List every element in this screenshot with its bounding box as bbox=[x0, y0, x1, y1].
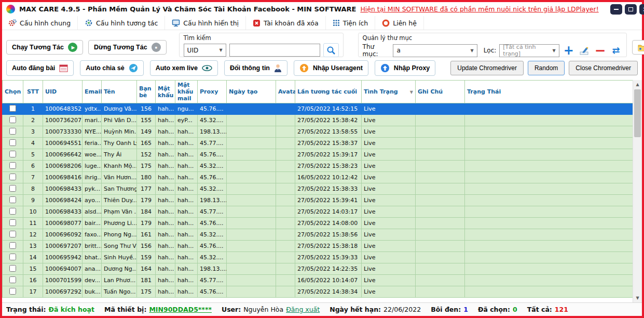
table-cell bbox=[227, 252, 276, 263]
column-header[interactable]: STT bbox=[23, 81, 43, 103]
change-info-button[interactable]: Đổi thông tin bbox=[224, 60, 287, 76]
row-checkbox[interactable] bbox=[9, 265, 16, 272]
table-row[interactable]: 31000733330...NYE...Huỳnh Min...149hah..… bbox=[3, 126, 633, 138]
menu-item-contact[interactable]: Liên hệ bbox=[375, 16, 424, 30]
row-checkbox[interactable] bbox=[9, 128, 16, 135]
announcement-link[interactable]: Hiện tại MIN SOFTWARE đã có phần mềm nuô… bbox=[360, 5, 598, 13]
table-row[interactable]: 141000695942...bhat...Sinh Huyề...159hah… bbox=[3, 252, 633, 263]
auto-view-live-button[interactable]: Auto xem live bbox=[150, 60, 218, 76]
scroll-down-button[interactable]: ▼ bbox=[633, 294, 642, 302]
status-filter-dropdown[interactable]: [Tất cả tình trạng] ▼ bbox=[499, 44, 559, 57]
table-row[interactable]: 101000698433...alsd...Phạm Vân ...184hah… bbox=[3, 206, 633, 218]
table-row[interactable]: 41000694551...feria...Thy Oanh Lý165hah.… bbox=[3, 138, 633, 149]
column-header[interactable]: Proxy bbox=[198, 81, 227, 103]
column-header[interactable]: Trạng Thái bbox=[465, 81, 633, 103]
table-row[interactable]: 161000701599...dev...Lan Phươ...181hah..… bbox=[3, 275, 633, 286]
row-checkbox[interactable] bbox=[9, 162, 16, 169]
table-cell bbox=[465, 183, 633, 195]
auto-post-button[interactable]: Auto đăng bài bbox=[6, 60, 74, 76]
table-cell: 165 bbox=[137, 138, 156, 149]
table-cell: 1000694551... bbox=[43, 138, 83, 149]
row-checkbox[interactable] bbox=[9, 105, 16, 112]
column-header[interactable]: Email bbox=[83, 81, 102, 103]
menu-item-general-config[interactable]: Cấu hình chung bbox=[6, 16, 78, 30]
table-row[interactable]: 51000696642...woe...Thy Ái152hah...hah..… bbox=[3, 149, 633, 161]
search-type-dropdown[interactable]: UID ▼ bbox=[184, 44, 226, 57]
refresh-folder-button[interactable]: ⇄ bbox=[610, 44, 622, 57]
scroll-up-button[interactable]: ▲ bbox=[633, 80, 642, 89]
accounts-table: ChọnSTTUIDEmailTênBạn bèMật khẩuMật khẩu… bbox=[2, 80, 633, 298]
scrollbar-thumb[interactable] bbox=[634, 89, 641, 137]
update-chromedriver-button[interactable]: Update Chromedriver bbox=[450, 61, 524, 75]
table-row[interactable]: 171000697292...buk...Tuấn Ngo...175hah..… bbox=[3, 286, 633, 298]
edit-folder-button[interactable] bbox=[578, 44, 591, 57]
minimize-button[interactable] bbox=[610, 4, 622, 15]
import-useragent-button[interactable]: Nhập Useragent bbox=[294, 60, 368, 76]
table-row[interactable]: 151000694007...ana...Dương Ng...164hah..… bbox=[3, 263, 633, 275]
chevron-down-icon: ▼ bbox=[470, 48, 473, 53]
row-checkbox[interactable] bbox=[9, 254, 16, 260]
column-header[interactable]: Avatar bbox=[276, 81, 295, 103]
table-cell: Thiên Duy... bbox=[102, 195, 137, 206]
table-cell bbox=[276, 252, 295, 263]
folder-dropdown[interactable]: a ▼ bbox=[393, 44, 477, 57]
row-checkbox[interactable] bbox=[9, 231, 16, 237]
close-button[interactable]: × bbox=[639, 4, 644, 15]
table-cell bbox=[276, 275, 295, 286]
column-header[interactable]: Tên bbox=[102, 81, 137, 103]
search-button[interactable] bbox=[323, 43, 339, 57]
import-accounts-button[interactable]: Nhập tài khoản bbox=[632, 40, 644, 55]
close-chromedriver-button[interactable]: Close Chromedriver bbox=[569, 61, 638, 75]
import-proxy-button[interactable]: Nhập Proxy bbox=[375, 60, 435, 76]
table-row[interactable]: 131000697207...britt...Song Thư Vũ156hah… bbox=[3, 241, 633, 252]
table-row[interactable]: 61000698206...luge...Khanh Mộ...175hah..… bbox=[3, 161, 633, 172]
add-folder-button[interactable]: + bbox=[563, 44, 575, 57]
menu-item-display-config[interactable]: Cấu hình hiển thị bbox=[165, 16, 246, 30]
table-cell: 13 bbox=[23, 241, 43, 252]
search-input[interactable] bbox=[229, 44, 320, 57]
column-header[interactable]: UID bbox=[43, 81, 83, 103]
remove-folder-button[interactable]: − bbox=[594, 44, 606, 57]
column-header[interactable]: Tình Trạng▼ bbox=[362, 81, 416, 103]
menu-label: Liên hệ bbox=[393, 19, 417, 27]
row-checkbox[interactable] bbox=[9, 288, 16, 295]
column-header[interactable]: Ghi Chú bbox=[416, 81, 465, 103]
auto-share-button[interactable]: Auto chia sẻ bbox=[80, 60, 143, 76]
column-filter-icon[interactable]: ▼ bbox=[410, 89, 413, 94]
table-cell: hah... bbox=[156, 206, 175, 218]
row-checkbox[interactable] bbox=[9, 276, 16, 283]
random-button[interactable]: Random bbox=[528, 61, 565, 75]
menu-item-utilities[interactable]: Tiện ích bbox=[326, 16, 376, 30]
table-row[interactable]: 71000698416...ihrig...Vân Hươn...180hah.… bbox=[3, 172, 633, 183]
row-checkbox[interactable] bbox=[9, 242, 16, 249]
row-checkbox[interactable] bbox=[9, 174, 16, 180]
column-header[interactable]: Mật khẩu mail bbox=[175, 81, 198, 103]
run-interaction-button[interactable]: Chạy Tương Tác ▶ bbox=[6, 40, 83, 55]
table-row[interactable]: 21000736207...mari...Phi Vân D...155hah.… bbox=[3, 115, 633, 126]
maximize-button[interactable] bbox=[625, 4, 637, 15]
row-checkbox[interactable] bbox=[9, 151, 16, 157]
column-header[interactable]: Bạn bè bbox=[137, 81, 156, 103]
menu-item-interaction-config[interactable]: Cấu hình tương tác bbox=[78, 16, 165, 30]
table-row[interactable]: 81000698433...pyk...San Thương177hah...h… bbox=[3, 183, 633, 195]
table-cell bbox=[416, 275, 465, 286]
row-checkbox[interactable] bbox=[9, 139, 16, 146]
table-row[interactable]: 11000648352...ydtx...Dương Vâ...156hah..… bbox=[3, 103, 633, 115]
row-checkbox[interactable] bbox=[9, 185, 16, 192]
row-checkbox[interactable] bbox=[9, 208, 16, 215]
row-checkbox[interactable] bbox=[9, 196, 16, 203]
menu-item-deleted-accounts[interactable]: Tài khoản đã xóa bbox=[246, 16, 326, 30]
vertical-scrollbar[interactable]: ▲ ▼ bbox=[633, 80, 642, 302]
column-header[interactable]: Chọn bbox=[3, 81, 23, 103]
column-header[interactable]: Mật khẩu bbox=[156, 81, 175, 103]
row-checkbox[interactable] bbox=[9, 116, 16, 123]
table-row[interactable]: 111000698077...bair...Phương Li...179hah… bbox=[3, 218, 633, 229]
table-row[interactable]: 91000698424...ayo...Thiên Duy...179hah..… bbox=[3, 195, 633, 206]
logout-link[interactable]: Đăng xuất bbox=[286, 306, 320, 313]
row-checkbox[interactable] bbox=[9, 219, 16, 226]
column-header[interactable]: Lần tương tác cuối bbox=[295, 81, 362, 103]
column-header[interactable]: Ngày tạo bbox=[227, 81, 276, 103]
column-header-label: Proxy bbox=[200, 88, 218, 95]
stop-interaction-button[interactable]: Dừng Tương Tác ■ bbox=[88, 40, 167, 55]
table-row[interactable]: 121000696092...faxo...Phong Ng...161hah.… bbox=[3, 229, 633, 241]
